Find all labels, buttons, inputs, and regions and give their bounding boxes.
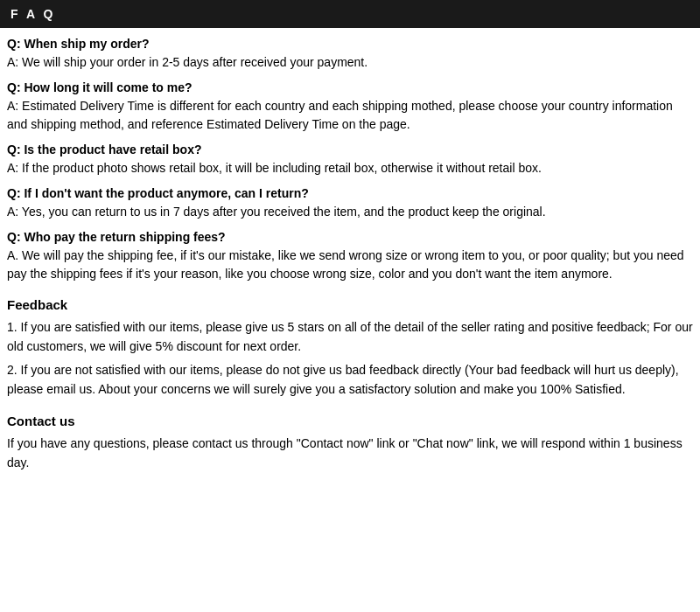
faq-item-5: Q: Who pay the return shipping fees? A. …	[7, 230, 693, 283]
feedback-title: Feedback	[7, 297, 693, 312]
faq-answer-3: A: If the product photo shows retail box…	[7, 159, 693, 177]
page-container: F A Q Q: When ship my order? A: We will …	[0, 0, 700, 472]
faq-question-2: Q: How long it will come to me?	[7, 80, 693, 94]
faq-answer-5: A. We will pay the shipping fee, if it's…	[7, 247, 693, 283]
feedback-point-1: 1. If you are satisfied with our items, …	[7, 317, 693, 357]
contact-text: If you have any questions, please contac…	[7, 434, 693, 473]
feedback-content: 1. If you are satisfied with our items, …	[7, 317, 693, 400]
faq-item-3: Q: Is the product have retail box? A: If…	[7, 143, 693, 177]
faq-item-4: Q: If I don't want the product anymore, …	[7, 186, 693, 221]
contact-title: Contact us	[7, 414, 693, 428]
faq-item-1: Q: When ship my order? A: We will ship y…	[7, 37, 693, 72]
faq-answer-4: A: Yes, you can return to us in 7 days a…	[7, 203, 693, 221]
faq-answer-2: A: Estimated Delivery Time is different …	[7, 97, 693, 134]
contact-content: If you have any questions, please contac…	[7, 434, 693, 473]
faq-header: F A Q	[0, 0, 700, 28]
feedback-point-2: 2. If you are not satisfied with our ite…	[7, 360, 693, 400]
faq-section: Q: When ship my order? A: We will ship y…	[0, 37, 700, 472]
faq-question-1: Q: When ship my order?	[7, 37, 693, 51]
faq-item-2: Q: How long it will come to me? A: Estim…	[7, 80, 693, 134]
faq-question-5: Q: Who pay the return shipping fees?	[7, 230, 693, 244]
faq-question-4: Q: If I don't want the product anymore, …	[7, 186, 693, 200]
faq-answer-1: A: We will ship your order in 2-5 days a…	[7, 53, 693, 72]
faq-title: F A Q	[10, 7, 55, 21]
faq-question-3: Q: Is the product have retail box?	[7, 143, 693, 156]
